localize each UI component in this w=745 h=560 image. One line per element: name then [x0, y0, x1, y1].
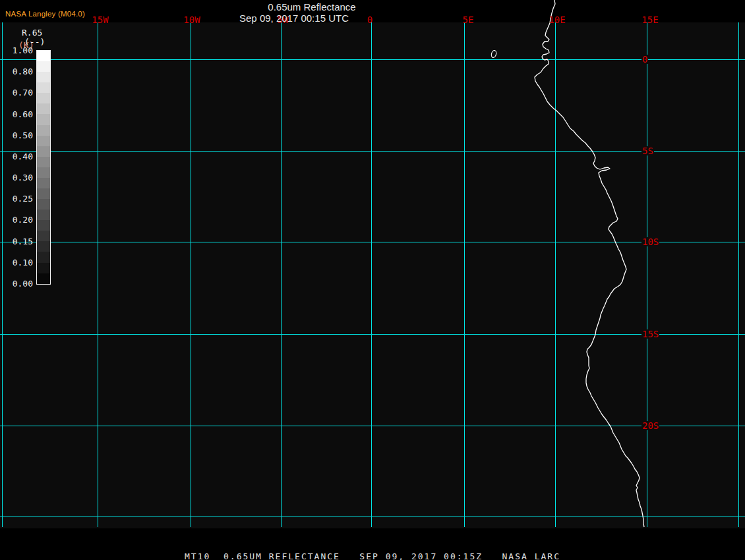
colorbar-step [37, 51, 50, 61]
timestamp-label: Sep 09, 2017 00:15 UTC [239, 13, 349, 24]
colorbar-scale-value: 0.60 [8, 109, 33, 118]
graticule-grid [0, 22, 745, 527]
status-bar: MT10 0.65UM REFLECTANCE SEP 09, 2017 00:… [0, 549, 745, 559]
colorbar-scale-value: 0.00 [8, 279, 33, 288]
colorbar-step [37, 93, 50, 103]
colorbar-scale-value: 0.70 [8, 88, 33, 97]
colorbar-scale-value: 0.15 [8, 237, 33, 245]
longitude-label-10e: 10E [549, 15, 565, 24]
colorbar-step [37, 210, 50, 220]
colorbar-scale-value: 0.50 [8, 130, 33, 139]
colorbar-step [37, 103, 50, 114]
reflectance-colorbar: R.65 (K) (--) 1.000.800.700.600.500.400.… [0, 0, 79, 303]
island-outline [491, 50, 497, 58]
satellite-map-canvas [0, 0, 745, 560]
colorbar-step [37, 125, 50, 136]
colorbar-scale-value: 0.40 [8, 152, 33, 160]
colorbar-step [37, 82, 50, 93]
longitude-label-5e: 5E [463, 15, 474, 24]
colorbar-step [37, 178, 50, 188]
colorbar-step [37, 241, 50, 252]
colorbar-step [37, 199, 50, 210]
longitude-label-15w: 15W [92, 15, 108, 24]
colorbar-step [37, 157, 50, 167]
status-bar-text: MT10 0.65UM REFLECTANCE SEP 09, 2017 00:… [185, 551, 560, 560]
colorbar-scale-value: 0.80 [8, 67, 33, 76]
colorbar-title: R.65 [22, 28, 42, 37]
longitude-label-15e: 15E [641, 15, 658, 24]
colorbar-step [37, 146, 50, 157]
coastline-layer [491, 0, 644, 527]
latitude-label-15s: 15S [641, 329, 659, 339]
colorbar-step [37, 220, 50, 231]
colorbar-step [37, 188, 50, 199]
africa-west-coastline [535, 0, 644, 527]
longitude-label-0: 0 [367, 15, 372, 24]
colorbar-gradient-bar [36, 50, 51, 285]
colorbar-step [37, 252, 50, 262]
colorbar-scale-value: 1.00 [8, 46, 33, 55]
colorbar-scale-value: 0.30 [8, 173, 33, 182]
colorbar-step [37, 72, 50, 82]
longitude-label-10w: 10W [183, 15, 200, 24]
latitude-label-20s: 20S [641, 421, 659, 430]
colorbar-step [37, 263, 50, 273]
latitude-label-5s: 5S [641, 146, 654, 155]
colorbar-step [37, 231, 50, 241]
colorbar-scale-value: 0.25 [8, 194, 33, 203]
colorbar-scale-value: 0.20 [8, 215, 33, 224]
latitude-label-10s: 10S [641, 237, 659, 246]
colorbar-scale-value: 0.10 [8, 258, 33, 266]
colorbar-step [37, 273, 50, 284]
page-title: 0.65um Reflectance [268, 1, 355, 13]
colorbar-step [37, 136, 50, 146]
latitude-label-0: 0 [641, 55, 648, 64]
colorbar-step [37, 114, 50, 125]
colorbar-step [37, 167, 50, 178]
colorbar-step [37, 61, 50, 72]
